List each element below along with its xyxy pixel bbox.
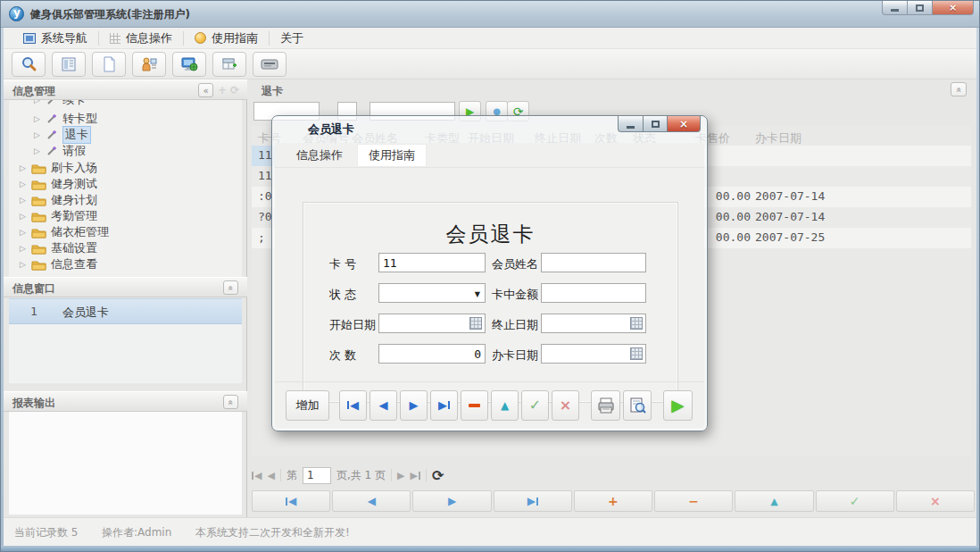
calendar-icon[interactable] [630,317,643,330]
next-page-button[interactable]: ▶ [397,470,404,481]
tree-folder-fitness-test[interactable]: ▷ 健身测试 [20,176,97,192]
first-page-button[interactable]: ◀ [252,470,262,481]
dlg-print-button[interactable] [591,390,620,421]
nav-add-button[interactable]: + [574,490,652,512]
tree-folder-swipe-entry[interactable]: ▷ 刷卡入场 [20,160,97,176]
database-add-tool-button[interactable] [212,52,246,77]
dlg-edit-button[interactable]: ▲ [491,390,519,421]
tree-item-renew-card[interactable]: ▷ 续卡 [34,100,86,108]
panel-header-info-window[interactable]: 信息窗口 « [4,277,247,297]
dlg-run-button[interactable]: ▶ [663,390,693,421]
pager-separator [426,469,427,481]
collapse-report-button[interactable]: « [223,395,238,409]
document-tool-button[interactable] [92,52,126,77]
nav-post-button[interactable]: ✓ [816,490,894,512]
close-button[interactable]: × [933,1,974,15]
panel-header-info-management[interactable]: 信息管理 « + ⟳ [4,79,247,100]
tree-folder-attendance[interactable]: ▷ 考勤管理 [20,208,97,224]
item-label: 会员退卡 [62,305,109,321]
status-message: 本系统支持二次开发和全新开发! [195,525,350,540]
card-balance-input[interactable] [541,283,646,303]
cell-date: 2007-07-14 [755,210,825,223]
dlg-cancel-button[interactable]: × [552,390,579,421]
menu-user-guide[interactable]: 使用指南 [186,29,267,48]
nav-edit-button[interactable]: ▲ [735,490,813,512]
member-tool-button[interactable] [132,52,166,77]
window-frame [976,1,979,551]
member-name-input[interactable] [541,253,646,272]
start-date-input[interactable] [378,314,486,333]
dialog-maximize-button[interactable] [644,116,668,132]
panel-header-report-output[interactable]: 报表输出 « [4,391,247,412]
expand-icon[interactable]: ▷ [20,196,27,205]
minimize-button[interactable] [882,1,908,15]
form-heading: 会员退卡 [303,221,677,248]
card-no-input[interactable] [378,253,486,272]
menu-system-nav[interactable]: 系统导航 [14,29,96,48]
dialog-minimize-button[interactable] [618,116,644,132]
tree-folder-info-view[interactable]: ▷ 信息查看 [20,256,97,272]
column-header[interactable]: 办卡日期 [755,130,801,146]
dlg-delete-button[interactable] [461,390,488,421]
tree-folder-fitness-plan[interactable]: ▷ 健身计划 [20,192,97,208]
nav-delete-button[interactable]: − [654,490,733,512]
end-date-input[interactable] [541,314,646,333]
expand-icon[interactable]: ▷ [20,244,27,253]
expand-icon[interactable]: ▷ [20,228,27,237]
dialog-close-button[interactable]: × [668,116,701,132]
dialog-menu-info-ops[interactable]: 信息操作 [286,145,353,166]
nav-cancel-button[interactable]: × [896,490,975,512]
add-icon[interactable]: + [218,84,227,96]
dlg-last-button[interactable]: ▶ [430,390,458,421]
report-tool-button[interactable] [52,52,86,77]
nav-next-button[interactable]: ▶ [412,490,491,512]
prev-page-button[interactable]: ◀ [267,470,274,481]
expand-icon[interactable]: ▷ [20,180,27,188]
card-device-tool-button[interactable] [253,52,287,77]
dlg-post-button[interactable]: ✓ [521,390,549,421]
last-page-button[interactable]: ▶ [410,470,419,481]
status-bar: 当前记录数 5 操作者:Admin 本系统支持二次开发和全新开发! [4,517,978,548]
expand-icon[interactable]: ▷ [34,146,41,155]
expand-icon[interactable]: ▷ [20,163,27,172]
tree-item-return-card-selected[interactable]: ▷ 退卡 [34,127,91,143]
expand-icon[interactable]: ▷ [20,212,27,221]
nav-prev-button[interactable]: ◀ [332,490,411,512]
dialog-menu-user-guide[interactable]: 使用指南 [357,144,427,167]
tree-folder-basic-settings[interactable]: ▷ 基础设置 [20,240,97,256]
nav-first-button[interactable]: ◀ [252,490,330,512]
calendar-icon[interactable] [469,317,482,330]
refresh-icon[interactable]: ⟳ [230,84,239,96]
tree-item-leave[interactable]: ▷ 请假 [34,143,86,159]
info-window-item-selected[interactable]: 1 会员退卡 [9,298,242,324]
calendar-icon[interactable] [630,347,643,360]
status-select[interactable]: ▼ [378,283,486,303]
issue-date-input[interactable] [541,344,646,364]
menu-info-ops[interactable]: 信息操作 [101,29,181,48]
dlg-next-button[interactable]: ▶ [400,390,428,421]
collapse-info-window-button[interactable]: « [223,280,238,295]
monitor-tool-button[interactable] [172,52,206,77]
page-number-input[interactable] [303,467,331,484]
add-record-button[interactable]: 增加 [286,390,329,421]
expand-icon[interactable]: ▷ [34,130,41,139]
menu-about[interactable]: 关于 [271,29,312,48]
collapse-content-button[interactable]: « [951,82,967,96]
dlg-preview-button[interactable] [623,390,652,421]
refresh-grid-button[interactable]: ⟳ [432,467,444,484]
count-input[interactable] [378,344,486,364]
expand-icon[interactable]: ▷ [34,114,41,123]
field-label-count: 次 数 [329,347,356,364]
expand-icon[interactable]: ▷ [20,260,27,269]
tree-item-change-card-type[interactable]: ▷ 转卡型 [34,111,97,127]
dlg-prev-button[interactable]: ◀ [370,390,397,421]
window-title: 健身俱乐部管理系统(非注册用户) [30,7,190,22]
restore-button[interactable] [908,1,933,15]
check-icon: ✓ [529,397,541,414]
tree-folder-locker[interactable]: ▷ 储衣柜管理 [20,224,109,240]
nav-last-button[interactable]: ▶ [494,490,572,512]
dlg-first-button[interactable]: ◀ [339,390,367,421]
expand-icon[interactable]: ▷ [34,100,41,105]
search-tool-button[interactable] [12,52,46,77]
collapse-sidebar-button[interactable]: « [198,83,213,97]
